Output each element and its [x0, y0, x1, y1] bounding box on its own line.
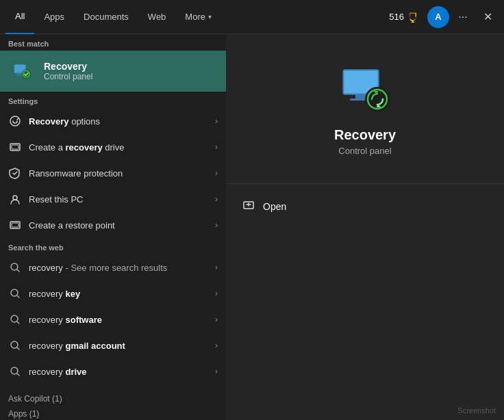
chevron-right-icon: ›: [215, 367, 218, 376]
apps-count-label: Apps (1): [8, 405, 218, 420]
tab-more[interactable]: More ▾: [175, 0, 221, 34]
tab-documents[interactable]: Documents: [74, 0, 138, 34]
recovery-small-icon: [12, 62, 32, 81]
main-content: Best match Recovery: [0, 34, 504, 420]
right-app-icon: [338, 62, 392, 116]
restore-point-icon: [8, 218, 22, 232]
tab-apps[interactable]: Apps: [34, 0, 74, 34]
topbar-right: 516 A ··· ✕: [383, 6, 499, 28]
recovery-large-icon: [338, 62, 392, 116]
reset-pc-icon: [8, 192, 22, 206]
right-app-name: Recovery: [334, 127, 396, 143]
app-window: All Apps Documents Web More ▾ 516: [0, 0, 504, 420]
chevron-right-icon: ›: [215, 116, 218, 126]
divider: [226, 183, 504, 184]
settings-item-restore-point[interactable]: Create a restore point ›: [0, 212, 226, 238]
settings-item-ransomware[interactable]: Ransomware protection ›: [0, 160, 226, 186]
ransomware-icon: [8, 166, 22, 180]
chevron-right-icon: ›: [215, 341, 218, 350]
tab-web[interactable]: Web: [138, 0, 176, 34]
search-icon: [8, 365, 22, 378]
settings-item-recovery-options[interactable]: Recovery options ›: [0, 108, 226, 134]
chevron-right-icon: ›: [215, 315, 218, 324]
web-search-header: Search the web: [0, 238, 226, 254]
chevron-right-icon: ›: [215, 168, 218, 178]
nav-tabs: All Apps Documents Web More ▾: [5, 0, 383, 34]
best-match-item[interactable]: Recovery Control panel: [0, 51, 226, 92]
web-item-recovery-key[interactable]: recovery key ›: [0, 280, 226, 306]
bottom-section: Ask Copilot (1) Apps (1): [0, 384, 226, 420]
chevron-right-icon: ›: [215, 220, 218, 230]
open-icon: [242, 199, 255, 214]
web-item-recovery-gmail[interactable]: recovery gmail account ›: [0, 332, 226, 358]
web-item-recovery-see-more[interactable]: recovery - See more search results ›: [0, 254, 226, 280]
web-item-recovery-see-more-label: recovery - See more search results: [29, 263, 208, 273]
close-button[interactable]: ✕: [477, 6, 499, 28]
search-icon: [8, 339, 22, 352]
topbar: All Apps Documents Web More ▾ 516: [0, 0, 504, 34]
open-action[interactable]: Open: [226, 192, 504, 221]
chevron-right-icon: ›: [215, 263, 218, 272]
search-icon: [8, 261, 22, 274]
screenshot-label: Screenshot: [457, 406, 496, 415]
open-label: Open: [263, 201, 286, 212]
svg-rect-23: [355, 94, 366, 99]
search-icon: [8, 313, 22, 326]
trophy-icon: [407, 11, 419, 23]
right-panel: Recovery Control panel Open: [226, 34, 504, 420]
left-panel: Best match Recovery: [0, 34, 226, 420]
chevron-right-icon: ›: [215, 289, 218, 298]
tab-all[interactable]: All: [5, 0, 34, 34]
chevron-right-icon: ›: [215, 194, 218, 204]
web-item-recovery-key-label: recovery key: [29, 289, 208, 299]
svg-line-14: [17, 296, 19, 298]
ransomware-label: Ransomware protection: [29, 168, 208, 179]
svg-point-8: [13, 196, 17, 200]
settings-header: Settings: [0, 92, 226, 108]
web-item-recovery-gmail-label: recovery gmail account: [29, 341, 208, 351]
best-match-header: Best match: [0, 34, 226, 51]
reset-pc-label: Reset this PC: [29, 194, 208, 205]
recovery-drive-icon: [8, 140, 22, 154]
settings-item-recovery-drive[interactable]: Create a recovery drive ›: [0, 134, 226, 160]
restore-point-label: Create a restore point: [29, 220, 208, 231]
svg-line-16: [17, 321, 19, 324]
svg-line-18: [17, 347, 19, 350]
best-match-icon: [8, 57, 36, 85]
avatar[interactable]: A: [427, 6, 449, 28]
right-app-subtitle: Control panel: [338, 146, 391, 156]
recovery-drive-label: Create a recovery drive: [29, 142, 208, 153]
ask-copilot-label: Ask Copilot (1): [8, 390, 218, 405]
recovery-options-label: Recovery options: [29, 116, 208, 127]
svg-rect-10: [12, 223, 18, 227]
svg-rect-7: [12, 145, 18, 149]
settings-item-reset-pc[interactable]: Reset this PC ›: [0, 186, 226, 212]
best-match-subtitle: Control panel: [44, 72, 92, 81]
best-match-text: Recovery Control panel: [44, 61, 92, 81]
web-item-recovery-software[interactable]: recovery software ›: [0, 306, 226, 332]
recovery-options-icon: [8, 114, 22, 128]
svg-point-25: [365, 87, 390, 111]
web-item-recovery-drive-web-label: recovery drive: [29, 367, 208, 377]
ellipsis-button[interactable]: ···: [452, 6, 474, 28]
svg-line-20: [17, 373, 19, 376]
chevron-down-icon: ▾: [208, 13, 212, 21]
svg-line-12: [17, 270, 19, 272]
chevron-right-icon: ›: [215, 142, 218, 152]
svg-point-5: [10, 116, 20, 126]
best-match-title: Recovery: [44, 61, 92, 72]
web-item-recovery-drive-web[interactable]: recovery drive ›: [0, 358, 226, 384]
search-icon: [8, 287, 22, 300]
score-badge: 516: [383, 8, 425, 26]
web-item-recovery-software-label: recovery software: [29, 315, 208, 325]
